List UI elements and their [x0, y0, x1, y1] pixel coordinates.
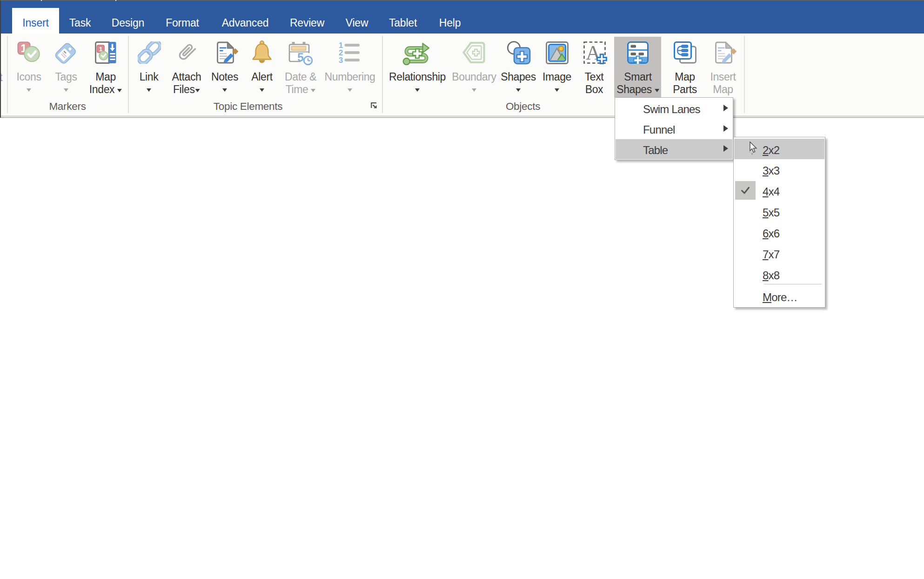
svg-text:3: 3: [339, 56, 343, 64]
svg-text:5: 5: [297, 51, 304, 64]
